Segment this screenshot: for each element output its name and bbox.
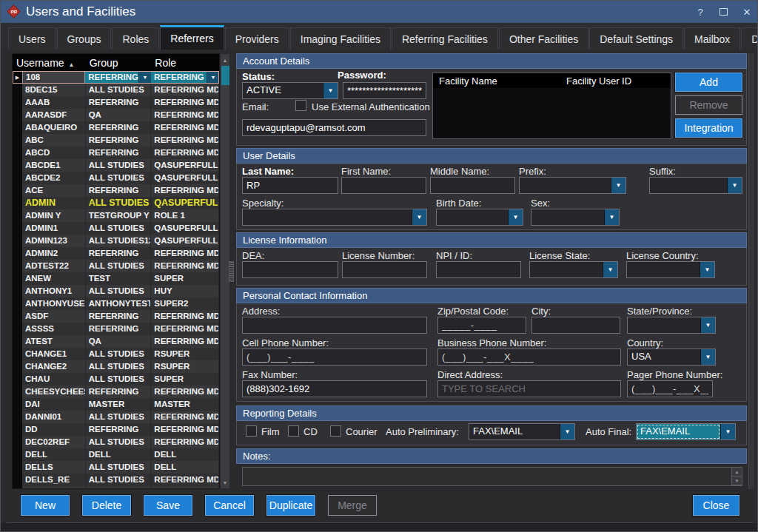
role-edit-dropdown[interactable]: REFERRING MD▼	[151, 71, 219, 84]
tab-referrers[interactable]: Referrers	[160, 25, 224, 50]
scroll-up-icon[interactable]: ▲	[732, 468, 742, 477]
table-row[interactable]: ABCREFERRINGREFERRING MD	[13, 134, 219, 147]
table-row[interactable]: ADMINALL STUDIESQASUPERFULL	[13, 197, 219, 209]
country-dropdown[interactable]: USA▼	[627, 349, 716, 366]
referrers-table[interactable]: Username▲ Group Role ▶108REFERRING▼REFER…	[12, 53, 220, 489]
table-row[interactable]: ASSSSREFERRINGREFERRING MD	[13, 323, 219, 335]
address-field[interactable]	[242, 317, 427, 334]
table-row[interactable]: AARASDFQAREFERRING MD	[13, 109, 219, 121]
chevron-down-icon[interactable]: ▼	[207, 71, 219, 84]
table-row[interactable]: ANEWTESTSUPER	[13, 272, 219, 285]
table-row[interactable]: DAIMASTERMASTER	[13, 398, 219, 411]
username-edit-cell[interactable]: 108	[22, 71, 85, 84]
group-edit-dropdown[interactable]: REFERRING▼	[85, 71, 151, 84]
chevron-down-icon[interactable]: ▼	[727, 178, 742, 193]
notes-scroll-buttons[interactable]: ▲ ▼	[731, 468, 742, 485]
first-name-field[interactable]	[341, 177, 426, 194]
table-row[interactable]: ADMIN123ALL STUDIES123QASUPERFULL	[13, 235, 219, 247]
close-icon[interactable]: ✕	[741, 7, 753, 18]
tab-imaging-facilities[interactable]: Imaging Facilities	[290, 27, 391, 50]
facility-list[interactable]: Facility Name Facility User ID	[432, 73, 671, 139]
scroll-up-icon[interactable]: ▲	[221, 55, 229, 65]
panel-scrollbar-track[interactable]	[748, 53, 754, 489]
tab-default-settings[interactable]: Default Settings	[589, 27, 683, 50]
license-country-dropdown[interactable]: ▼	[626, 261, 715, 278]
dea-field[interactable]	[242, 261, 338, 278]
birth-date-dropdown[interactable]: ▼	[436, 209, 523, 226]
business-phone-field[interactable]	[437, 349, 621, 366]
chevron-down-icon[interactable]: ▼	[611, 178, 625, 193]
table-row[interactable]: 8DEC15ALL STUDIESREFERRING MD	[13, 84, 219, 96]
npi-field[interactable]	[436, 261, 521, 278]
table-row[interactable]: ACEREFERRINGREFERRING MD	[13, 184, 219, 197]
tab-mailbox[interactable]: Mailbox	[684, 27, 740, 50]
chevron-down-icon[interactable]: ▼	[412, 209, 426, 225]
delete-button[interactable]: Delete	[82, 495, 131, 516]
table-row[interactable]: CHANGE2ALL STUDIESRSUPER	[13, 360, 219, 373]
column-header-role[interactable]: Role	[151, 57, 219, 69]
duplicate-button[interactable]: Duplicate	[266, 495, 315, 516]
suffix-dropdown[interactable]: ▼	[649, 177, 742, 194]
tab-other-facilities[interactable]: Other Facilities	[499, 27, 588, 50]
table-row[interactable]: ADTEST22ALL STUDIESREFERRING MD	[13, 260, 219, 272]
table-row[interactable]: CHAUALL STUDIESSUPER	[13, 373, 219, 385]
table-row[interactable]: DDREFERRINGREFERRING MD	[13, 423, 219, 436]
prefix-dropdown[interactable]: ▼	[519, 177, 626, 194]
auto-final-dropdown[interactable]: FAX\EMAIL▼	[636, 423, 736, 440]
chevron-down-icon[interactable]: ▼	[700, 317, 715, 333]
table-row[interactable]: ▶108REFERRING▼REFERRING MD▼	[13, 71, 219, 84]
chevron-down-icon[interactable]: ▼	[700, 349, 715, 365]
film-checkbox[interactable]	[246, 425, 257, 437]
direct-address-field[interactable]	[437, 380, 621, 397]
column-header-username[interactable]: Username▲	[13, 57, 86, 69]
table-row[interactable]: ATESTQAREFERRING MD	[13, 335, 219, 348]
table-row[interactable]: ABAQUEIROREFERRINGREFERRING MD	[13, 121, 219, 134]
splitter-grip[interactable]	[229, 261, 234, 282]
license-state-dropdown[interactable]: ▼	[529, 261, 618, 278]
remove-button[interactable]: Remove	[675, 95, 742, 115]
table-row[interactable]: ABCDE2ALL STUDIESQASUPERFULL	[13, 172, 219, 184]
scrollbar-thumb[interactable]	[221, 66, 229, 85]
license-number-field[interactable]	[342, 261, 427, 278]
tab-roles[interactable]: Roles	[112, 27, 159, 50]
chevron-down-icon[interactable]: ▼	[138, 71, 151, 84]
table-row[interactable]: ADMIN1ALL STUDIESQASUPERFULL	[13, 222, 219, 235]
pager-phone-field[interactable]	[627, 380, 713, 397]
scroll-down-icon[interactable]: ▼	[732, 477, 742, 485]
email-field[interactable]	[242, 119, 426, 136]
chevron-down-icon[interactable]: ▼	[603, 262, 617, 277]
maximize-icon[interactable]	[720, 8, 728, 16]
cell-phone-field[interactable]	[242, 349, 427, 366]
fax-field[interactable]	[242, 380, 427, 397]
table-row[interactable]: ANTHONY1ALL STUDIESHUY	[13, 285, 219, 297]
table-row[interactable]: DELLS_REALL STUDIESREFERRING MD	[13, 474, 219, 486]
status-dropdown[interactable]: ACTIVE ▼	[242, 82, 338, 99]
specialty-dropdown[interactable]: ▼	[242, 209, 427, 226]
column-header-group[interactable]: Group	[86, 57, 152, 69]
notes-textarea[interactable]: ▲ ▼	[242, 467, 742, 486]
table-row[interactable]: ASDFREFERRINGREFERRING MD	[13, 310, 219, 323]
table-row[interactable]: ADMIN2REFERRINGREFERRING MD	[13, 247, 219, 260]
add-button[interactable]: Add	[675, 73, 742, 92]
last-name-field[interactable]	[242, 177, 338, 194]
table-row[interactable]: CHANGE1ALL STUDIESRSUPER	[13, 348, 219, 360]
tab-direct-addresses[interactable]: Direct Addresses	[741, 27, 758, 50]
state-province-dropdown[interactable]: ▼	[627, 317, 716, 334]
chevron-down-icon[interactable]: ▼	[508, 209, 523, 225]
close-button[interactable]: Close	[693, 495, 739, 516]
table-row[interactable]: DELLDELLDELL	[13, 448, 219, 461]
tab-groups[interactable]: Groups	[57, 27, 112, 50]
sex-dropdown[interactable]: ▼	[531, 209, 620, 226]
table-header[interactable]: Username▲ Group Role	[13, 54, 219, 71]
cd-checkbox[interactable]	[288, 425, 299, 437]
chevron-down-icon[interactable]: ▼	[700, 262, 714, 277]
city-field[interactable]	[531, 317, 620, 334]
save-button[interactable]: Save	[144, 495, 192, 516]
table-row[interactable]: ABCDREFERRINGREFERRING MD	[13, 147, 219, 159]
help-icon[interactable]: ?	[694, 7, 706, 18]
middle-name-field[interactable]	[430, 177, 515, 194]
external-auth-checkbox[interactable]	[295, 100, 306, 111]
merge-button[interactable]: Merge	[328, 495, 377, 516]
integration-button[interactable]: Integration	[675, 118, 742, 138]
auto-preliminary-dropdown[interactable]: FAX\EMAIL▼	[469, 423, 575, 440]
